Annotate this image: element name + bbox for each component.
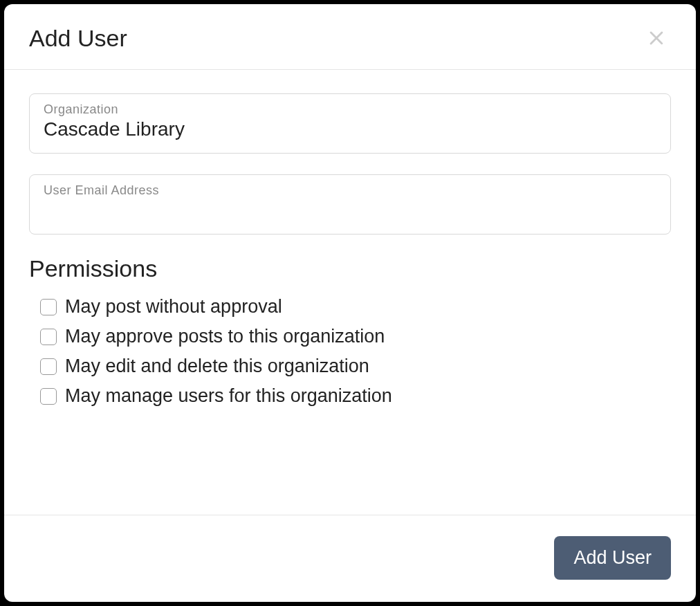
permission-label-post[interactable]: May post without approval bbox=[65, 296, 282, 318]
close-button[interactable] bbox=[642, 24, 671, 53]
email-input[interactable] bbox=[44, 199, 656, 224]
permission-label-edit[interactable]: May edit and delete this organization bbox=[65, 356, 369, 377]
organization-field[interactable]: Organization Cascade Library bbox=[29, 93, 671, 154]
permissions-heading: Permissions bbox=[29, 255, 671, 282]
permission-label-approve[interactable]: May approve posts to this organization bbox=[65, 326, 385, 347]
modal-footer: Add User bbox=[4, 515, 696, 602]
permission-row-manage: May manage users for this organization bbox=[29, 381, 671, 411]
modal-title: Add User bbox=[29, 25, 127, 52]
email-field-wrapper: User Email Address bbox=[29, 174, 671, 235]
modal-body: Organization Cascade Library User Email … bbox=[4, 70, 696, 515]
add-user-button[interactable]: Add User bbox=[554, 536, 671, 580]
close-icon bbox=[645, 26, 668, 50]
permission-checkbox-manage[interactable] bbox=[40, 388, 57, 405]
add-user-modal: Add User Organization Cascade Library Us… bbox=[4, 4, 696, 602]
permission-label-manage[interactable]: May manage users for this organization bbox=[65, 385, 392, 407]
permission-checkbox-approve[interactable] bbox=[40, 329, 57, 345]
permission-row-edit: May edit and delete this organization bbox=[29, 351, 671, 381]
modal-header: Add User bbox=[4, 4, 696, 70]
organization-label: Organization bbox=[44, 102, 656, 117]
permission-row-approve: May approve posts to this organization bbox=[29, 322, 671, 351]
permission-row-post: May post without approval bbox=[29, 292, 671, 322]
organization-value: Cascade Library bbox=[44, 118, 656, 143]
permission-checkbox-post[interactable] bbox=[40, 299, 57, 315]
email-label: User Email Address bbox=[44, 183, 656, 198]
permission-checkbox-edit[interactable] bbox=[40, 358, 57, 375]
